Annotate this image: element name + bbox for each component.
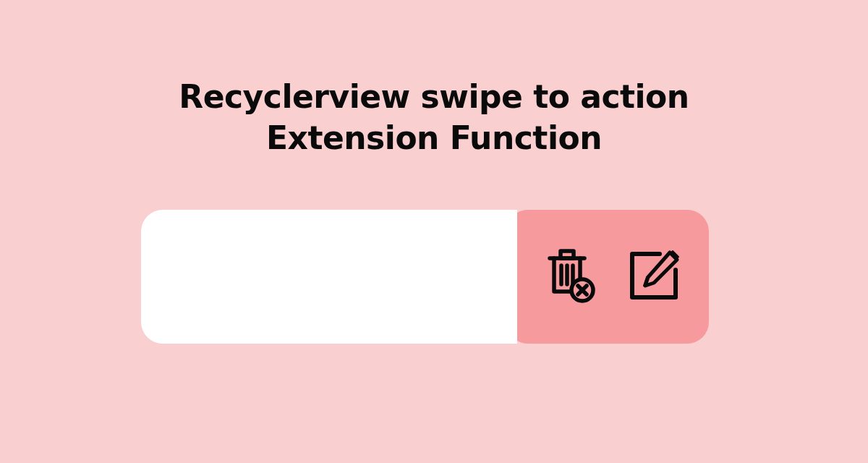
edit-button[interactable] (624, 247, 684, 307)
trash-delete-icon (541, 245, 602, 309)
title-line-1: Recyclerview swipe to action (0, 76, 868, 117)
edit-icon (624, 245, 684, 309)
title-line-2: Extension Function (0, 117, 868, 158)
svg-rect-1 (561, 251, 574, 258)
list-item-card[interactable] (141, 210, 517, 344)
action-panel (506, 210, 709, 344)
page-title: Recyclerview swipe to action Extension F… (0, 0, 868, 158)
delete-button[interactable] (541, 247, 602, 307)
swipe-row (141, 210, 709, 344)
